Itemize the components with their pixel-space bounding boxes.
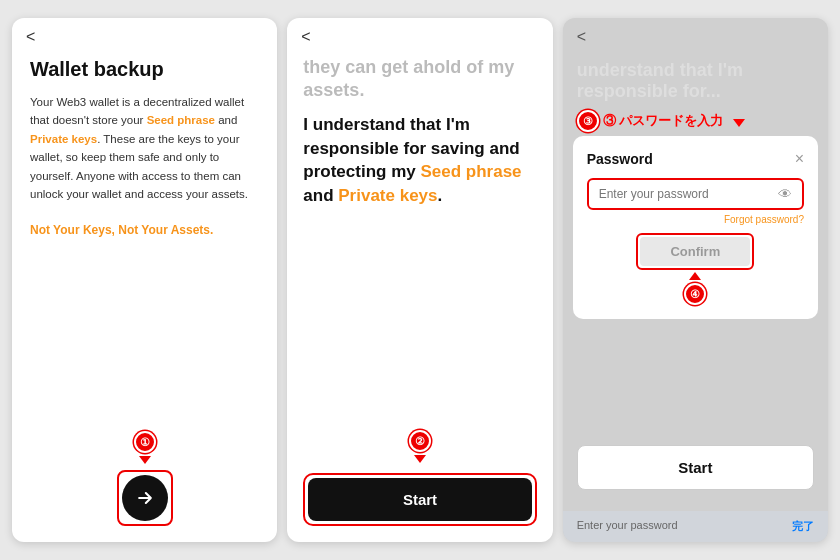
arrow-right-icon [135,488,155,508]
private-keys-link-2[interactable]: Private keys [338,186,437,205]
screen2-bottom: ② Start [287,420,552,542]
gray-text: they can get ahold of my assets. [303,56,536,103]
step4-circle: ④ [684,283,706,305]
start-button-2[interactable]: Start [308,478,531,521]
modal-title: Password [587,151,653,167]
back-button-3[interactable]: < [563,18,828,50]
start-button-wrapper: Start [303,473,536,526]
step4-annotation: ④ [587,272,804,305]
forgot-password-link[interactable]: Forgot password? [587,214,804,225]
screen2-content: they can get ahold of my assets. I under… [287,50,552,420]
step1-circle: ① [134,431,156,453]
step2-arrow [414,455,426,463]
keyboard-left-text: Enter your password [577,519,678,534]
step1-annotation: ① [134,431,156,464]
screen1-content: Wallet backup Your Web3 wallet is a dece… [12,50,277,419]
screen-3: < understand that I'mresponsible for... … [563,18,828,542]
spacer [563,319,828,445]
seed-phrase-link-1[interactable]: Seed phrase [147,114,215,126]
confirm-button[interactable]: Confirm [640,237,750,266]
understanding-text: I understand that I'm responsible for sa… [303,113,536,208]
screen-2: < they can get ahold of my assets. I und… [287,18,552,542]
step1-arrow [139,456,151,464]
step3-row: ③ ③ パスワードを入力 [563,106,828,136]
keyboard-bar: Enter your password 完了 [563,511,828,542]
confirm-button-border: Confirm [636,233,754,270]
seed-phrase-link-2[interactable]: Seed phrase [420,162,521,181]
tagline: Not Your Keys, Not Your Assets. [30,223,259,237]
password-modal: Password × 👁 Forgot password? Confirm ④ [573,136,818,319]
password-input-wrapper: 👁 [587,178,804,210]
screen-1: < Wallet backup Your Web3 wallet is a de… [12,18,277,542]
step3-circle: ③ [577,110,599,132]
confirm-wrapper: Confirm [587,233,804,270]
blurred-bg-text: understand that I'mresponsible for... [563,50,828,106]
modal-close-button[interactable]: × [795,150,804,168]
keyboard-done-button[interactable]: 完了 [792,519,814,534]
step4-arrow-up [689,272,701,280]
password-input[interactable] [599,187,778,201]
wallet-backup-title: Wallet backup [30,58,259,81]
step3-label: ③ パスワードを入力 [603,112,724,130]
screens-container: < Wallet backup Your Web3 wallet is a de… [0,0,840,560]
wallet-backup-body: Your Web3 wallet is a decentralized wall… [30,93,259,203]
screen1-bottom: ① [12,419,277,542]
step3-arrow-down [733,119,745,127]
modal-header: Password × [587,150,804,168]
next-button-wrapper [117,470,173,526]
step2-circle: ② [409,430,431,452]
back-button-1[interactable]: < [12,18,277,50]
next-button[interactable] [122,475,168,521]
back-button-2[interactable]: < [287,18,552,50]
eye-icon[interactable]: 👁 [778,186,792,202]
step2-annotation: ② [409,430,431,463]
private-keys-link-1[interactable]: Private keys [30,133,97,145]
start-button-3[interactable]: Start [577,445,814,490]
